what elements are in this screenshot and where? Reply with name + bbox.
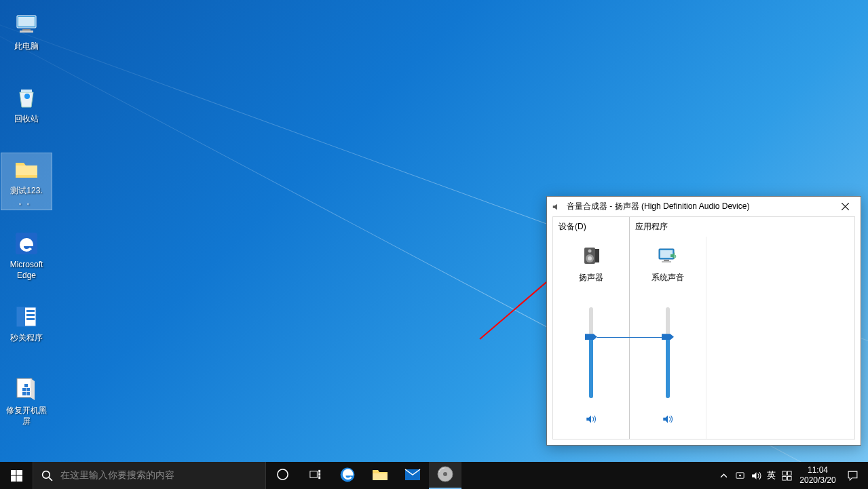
desktop-icon-fixboot[interactable]: 修复开机黑屏: [1, 373, 52, 429]
desktop-icon-label: 秒关程序: [10, 333, 43, 344]
svg-line-33: [49, 477, 52, 481]
slider-thumb[interactable]: [662, 334, 674, 340]
desktop-icon-folder-test[interactable]: 测试123. 。。: [1, 153, 52, 210]
svg-point-32: [42, 471, 50, 478]
svg-rect-4: [21, 90, 32, 92]
svg-rect-1: [18, 17, 35, 26]
search-placeholder: 在这里输入你要搜索的内容: [60, 469, 174, 482]
mixer-empty-slot: [706, 237, 783, 439]
taskbar-app-cortana[interactable]: [266, 462, 299, 489]
svg-rect-16: [24, 384, 28, 387]
edge-icon: [13, 230, 40, 257]
svg-point-34: [277, 469, 287, 480]
svg-rect-2: [22, 29, 31, 31]
clock-time: 11:04: [808, 465, 828, 475]
clock-date: 2020/3/20: [799, 475, 835, 486]
mute-button[interactable]: [584, 412, 599, 427]
taskbar: 在这里输入你要搜索的内容 英 11:04 2020/3/20: [0, 462, 868, 489]
taskbar-app-taskview[interactable]: [299, 462, 331, 489]
svg-rect-38: [318, 476, 320, 479]
mixer-channel-name: 扬声器: [579, 272, 603, 286]
desktop-icon-label: 回收站: [14, 114, 39, 125]
speaker-icon: [552, 201, 563, 212]
desktop-icon-label: 测试123. 。。: [3, 186, 50, 207]
volume-mixer-window: 音量合成器 - 扬声器 (High Definition Audio Devic…: [546, 196, 861, 446]
svg-rect-31: [16, 475, 22, 482]
svg-rect-28: [11, 470, 16, 475]
svg-rect-14: [26, 392, 30, 395]
taskman-icon: [13, 303, 40, 330]
svg-rect-40: [373, 473, 388, 480]
clock[interactable]: 11:04 2020/3/20: [795, 465, 841, 486]
desktop-icon-label: 修复开机黑屏: [3, 406, 50, 427]
svg-rect-15: [22, 392, 26, 395]
disc-icon: [436, 465, 454, 485]
svg-rect-26: [664, 260, 669, 261]
location-icon[interactable]: [732, 462, 748, 489]
svg-rect-29: [16, 470, 22, 475]
mixer-channel-name: 系统声音: [652, 272, 684, 286]
mixer-body: 设备(D) 扬声器 应用程序 系统声音: [552, 216, 855, 439]
ime-language[interactable]: 英: [764, 469, 778, 482]
svg-point-22: [588, 250, 592, 253]
search-box[interactable]: 在这里输入你要搜索的内容: [33, 462, 266, 489]
svg-rect-50: [787, 476, 791, 480]
search-icon: [33, 470, 60, 482]
ime-mode-icon[interactable]: [778, 462, 795, 489]
circle-icon: [276, 468, 289, 483]
volume-icon[interactable]: [748, 462, 764, 489]
desktop-icon-label: 此电脑: [14, 41, 39, 52]
svg-rect-23: [595, 249, 599, 262]
svg-rect-30: [11, 475, 16, 482]
svg-rect-47: [782, 471, 786, 475]
sys-sounds-icon[interactable]: [657, 245, 679, 267]
mixer-channel: 系统声音: [630, 237, 706, 439]
section-apps-label: 应用程序: [630, 217, 854, 237]
edge-icon: [339, 466, 356, 486]
volume-slider[interactable]: [589, 307, 593, 398]
system-tray: 英 11:04 2020/3/20: [715, 462, 868, 489]
taskbar-app-edge[interactable]: [331, 462, 364, 489]
taskbar-app-mail[interactable]: [396, 462, 429, 489]
action-center-icon[interactable]: [841, 462, 864, 489]
svg-rect-48: [787, 471, 791, 475]
svg-rect-13: [26, 388, 30, 391]
window-title-text: 音量合成器 - 扬声器 (High Definition Audio Devic…: [567, 201, 749, 212]
svg-rect-3: [20, 31, 33, 33]
recycle-icon: [13, 84, 40, 111]
svg-rect-36: [318, 470, 320, 473]
svg-point-21: [588, 256, 592, 260]
cube-icon: [13, 376, 40, 403]
mixer-channel: 扬声器: [553, 237, 629, 439]
desktop-icon-label: Microsoft Edge: [3, 260, 50, 281]
svg-rect-9: [26, 314, 35, 316]
section-device-label: 设备(D): [553, 217, 629, 237]
mute-button[interactable]: [660, 412, 675, 427]
desktop-icon-seckill[interactable]: 秒关程序: [1, 300, 52, 347]
tray-overflow-chevron[interactable]: [715, 462, 732, 489]
folder-icon: [13, 156, 40, 183]
svg-rect-37: [318, 473, 320, 476]
svg-rect-49: [782, 476, 786, 480]
taskbar-app-explorer[interactable]: [364, 462, 396, 489]
svg-rect-35: [309, 471, 316, 478]
taskbar-app-mixer[interactable]: [429, 462, 461, 489]
desktop-icon-edge[interactable]: Microsoft Edge: [1, 227, 52, 283]
desktop-icon-recycle-bin[interactable]: 回收站: [1, 81, 52, 128]
slider-link-line: [597, 337, 662, 338]
close-button[interactable]: [830, 197, 861, 216]
taskview-icon: [309, 468, 322, 483]
svg-point-44: [443, 472, 447, 476]
folder-icon: [371, 466, 389, 486]
svg-rect-7: [17, 307, 25, 326]
pc-icon: [13, 12, 40, 39]
svg-rect-27: [662, 261, 671, 262]
svg-rect-8: [26, 310, 35, 312]
speaker-hw-icon[interactable]: [580, 245, 602, 267]
slider-thumb[interactable]: [585, 334, 597, 340]
desktop-icon-this-pc[interactable]: 此电脑: [1, 9, 52, 55]
svg-point-46: [739, 474, 741, 476]
start-button[interactable]: [0, 462, 33, 489]
volume-slider[interactable]: [666, 307, 670, 398]
window-titlebar[interactable]: 音量合成器 - 扬声器 (High Definition Audio Devic…: [547, 197, 861, 216]
